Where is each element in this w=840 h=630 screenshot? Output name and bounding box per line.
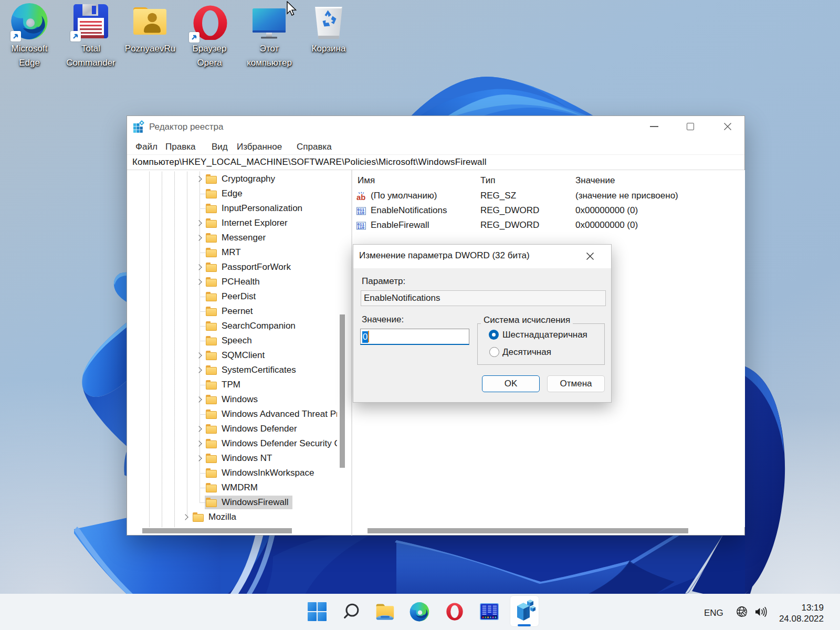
svg-text:110: 110	[358, 226, 365, 230]
svg-text:110: 110	[358, 211, 365, 215]
svg-text:ab: ab	[356, 193, 365, 201]
